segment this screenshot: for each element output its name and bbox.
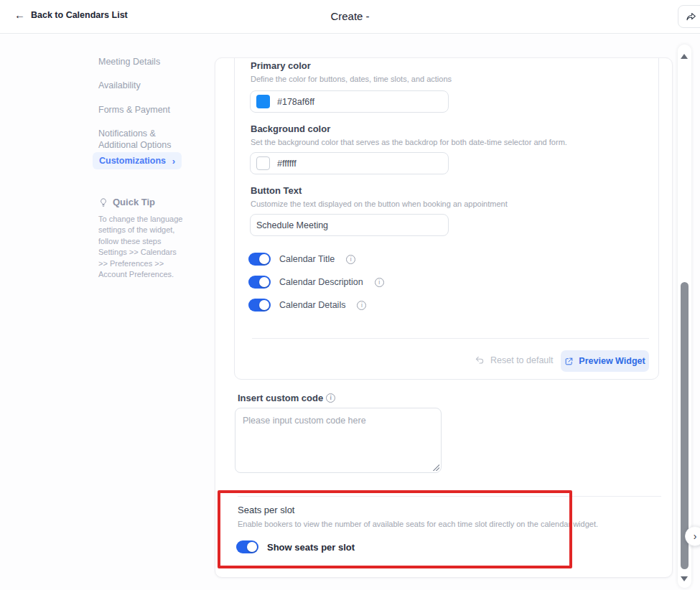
- next-panel-button[interactable]: ›: [685, 526, 700, 546]
- scrollbar-thumb[interactable]: [681, 282, 689, 569]
- card-footer-divider: [252, 338, 649, 339]
- primary-color-field[interactable]: [250, 90, 449, 113]
- undo-icon: [475, 355, 485, 365]
- customizations-panel: Primary color Define the color for butto…: [215, 57, 673, 578]
- seats-per-slot-description: Enable bookers to view the number of ava…: [238, 520, 598, 528]
- calendar-details-toggle-label: Calendar Details: [279, 300, 345, 310]
- page-title: Create -: [0, 10, 700, 22]
- scrollbar-track[interactable]: [678, 45, 691, 588]
- sidebar-item-customizations[interactable]: Customizations ›: [93, 152, 182, 169]
- calendar-details-row: Calendar Details i: [248, 299, 366, 312]
- calendar-description-row: Calendar Description i: [248, 276, 384, 289]
- button-text-input[interactable]: [256, 220, 442, 230]
- background-color-swatch[interactable]: [256, 156, 270, 170]
- reset-button-label: Reset to default: [490, 355, 554, 365]
- calendar-description-toggle[interactable]: [248, 276, 271, 289]
- background-color-description: Set the background color that serves as …: [251, 138, 567, 146]
- primary-color-swatch[interactable]: [256, 95, 270, 108]
- info-icon[interactable]: i: [375, 278, 384, 287]
- share-button[interactable]: [678, 5, 700, 28]
- background-color-field[interactable]: [250, 152, 449, 174]
- chevron-right-icon: ›: [694, 530, 697, 542]
- sidebar-item-forms-payment[interactable]: Forms & Payment: [98, 104, 185, 116]
- chevron-right-icon: ›: [172, 156, 175, 167]
- settings-sidebar: Meeting Details Availability Forms & Pay…: [98, 56, 185, 163]
- primary-color-input[interactable]: [277, 97, 442, 107]
- scroll-up-arrow[interactable]: [681, 54, 688, 59]
- quick-tip-panel: Quick Tip To change the language setting…: [98, 197, 186, 280]
- reset-to-default-button[interactable]: Reset to default: [475, 355, 554, 365]
- background-color-label: Background color: [251, 123, 330, 134]
- button-text-label: Button Text: [251, 185, 302, 196]
- preview-widget-button[interactable]: Preview Widget: [561, 350, 649, 372]
- sidebar-item-notifications[interactable]: Notifications & Additional Options: [98, 128, 183, 151]
- top-bar: ← Back to Calendars List Create -: [0, 0, 700, 34]
- primary-color-label: Primary color: [251, 60, 311, 71]
- quick-tip-title: Quick Tip: [113, 197, 155, 207]
- custom-code-label: Insert custom code i: [238, 393, 335, 403]
- show-seats-per-slot-toggle[interactable]: [236, 540, 258, 553]
- lightbulb-icon: [98, 197, 108, 207]
- share-forward-icon: [686, 11, 697, 22]
- button-text-field[interactable]: [250, 214, 449, 236]
- primary-color-description: Define the color for buttons, dates, tim…: [251, 75, 452, 83]
- info-icon[interactable]: i: [346, 255, 355, 264]
- sidebar-item-availability[interactable]: Availability: [98, 80, 185, 91]
- sidebar-item-meeting-details[interactable]: Meeting Details: [98, 56, 185, 67]
- scroll-down-arrow[interactable]: [681, 576, 688, 581]
- highlight-annotation-box: [218, 490, 572, 568]
- background-color-input[interactable]: [277, 159, 442, 169]
- quick-tip-body: To change the language settings of the w…: [98, 214, 183, 280]
- seats-per-slot-title: Seats per slot: [238, 505, 295, 515]
- button-text-description: Customize the text displayed on the butt…: [251, 200, 508, 208]
- calendar-title-row: Calendar Title i: [248, 253, 355, 266]
- calendar-details-toggle[interactable]: [248, 299, 271, 312]
- calendar-description-toggle-label: Calendar Description: [279, 277, 363, 287]
- custom-code-textarea[interactable]: [235, 408, 442, 473]
- calendar-title-toggle[interactable]: [248, 253, 271, 266]
- seats-section-divider: [238, 496, 661, 497]
- calendar-title-toggle-label: Calendar Title: [279, 254, 335, 264]
- sidebar-item-label: Customizations: [99, 156, 166, 166]
- custom-code-label-text: Insert custom code: [238, 393, 323, 403]
- external-link-icon: [564, 357, 574, 366]
- info-icon[interactable]: i: [357, 301, 366, 310]
- info-icon[interactable]: i: [326, 393, 335, 403]
- show-seats-toggle-label: Show seats per slot: [267, 542, 355, 553]
- preview-button-label: Preview Widget: [579, 356, 645, 366]
- show-seats-row: Show seats per slot: [236, 540, 355, 553]
